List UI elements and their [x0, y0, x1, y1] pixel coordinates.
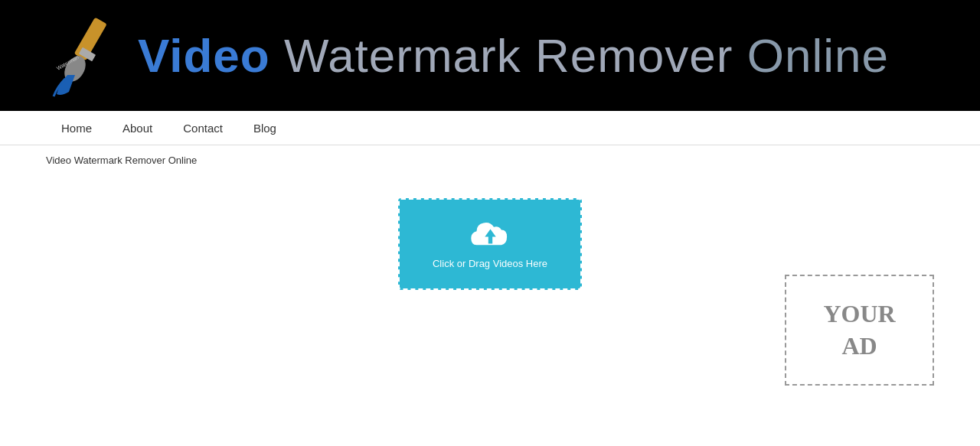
logo-middle-text: Watermark Remover	[270, 29, 747, 82]
site-title: Video Watermark Remover Online	[138, 32, 889, 80]
upload-drop-area[interactable]: Click or Drag Videos Here	[398, 198, 582, 290]
nav-contact[interactable]: Contact	[168, 111, 238, 145]
nav-blog[interactable]: Blog	[238, 111, 292, 145]
logo-video-word: Video	[138, 29, 270, 82]
nav-home[interactable]: Home	[46, 111, 107, 145]
logo-area: Waterman Video Watermark Remover Online	[46, 14, 889, 98]
breadcrumb-text: Video Watermark Remover Online	[46, 155, 197, 166]
main-content: Click or Drag Videos Here YOUR AD	[0, 175, 980, 435]
main-nav: Home About Contact Blog	[0, 111, 980, 145]
site-header: Waterman Video Watermark Remover Online	[0, 0, 980, 111]
upload-cloud-icon	[469, 219, 511, 253]
logo-icon: Waterman	[46, 14, 130, 98]
nav-about[interactable]: About	[107, 111, 168, 145]
breadcrumb: Video Watermark Remover Online	[0, 145, 980, 175]
upload-label: Click or Drag Videos Here	[433, 258, 547, 269]
ad-placeholder: YOUR AD	[785, 275, 934, 386]
logo-online-word: Online	[747, 29, 889, 82]
ad-text: YOUR AD	[823, 298, 895, 362]
